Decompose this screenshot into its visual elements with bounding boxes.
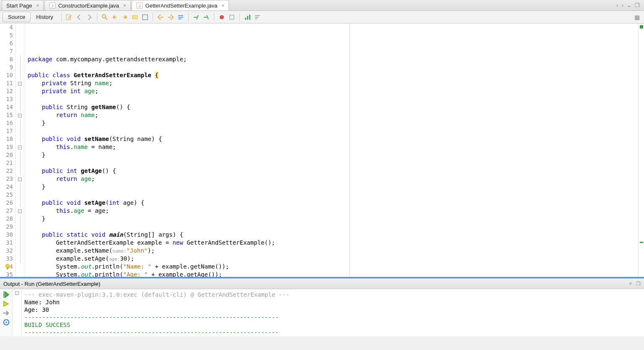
editor-toolbar: Source History ▦ bbox=[0, 11, 644, 24]
error-stripe-mark[interactable] bbox=[640, 242, 643, 243]
code-line[interactable] bbox=[28, 63, 644, 71]
code-line[interactable] bbox=[28, 127, 644, 135]
svg-rect-6 bbox=[132, 16, 138, 19]
svg-point-13 bbox=[6, 264, 10, 268]
lightbulb-hint-icon[interactable] bbox=[4, 264, 11, 270]
toolbar-separator bbox=[61, 13, 62, 21]
tabrow-max-icon[interactable]: ❐ bbox=[635, 2, 640, 8]
toggle-rect-icon[interactable] bbox=[141, 13, 149, 21]
output-fold-gutter[interactable]: - bbox=[13, 289, 22, 336]
svg-rect-14 bbox=[7, 268, 8, 269]
code-line[interactable] bbox=[28, 191, 644, 199]
code-line[interactable]: System.out.println("Age: " + example.get… bbox=[28, 271, 644, 277]
output-text[interactable]: --- exec-maven-plugin:3.1.0:exec (defaul… bbox=[22, 289, 644, 336]
code-line[interactable]: public String getName() { bbox=[28, 103, 644, 111]
fold-toggle-icon[interactable]: - bbox=[18, 114, 22, 118]
reformat-icon[interactable] bbox=[177, 13, 185, 21]
code-line[interactable]: public class GetterAndSetterExample { bbox=[28, 71, 644, 79]
run-again-icon[interactable] bbox=[2, 300, 10, 308]
output-line: --- exec-maven-plugin:3.1.0:exec (defaul… bbox=[24, 291, 644, 298]
uncomment-icon[interactable] bbox=[202, 13, 210, 21]
code-line[interactable]: } bbox=[28, 215, 644, 223]
line-number: 13 bbox=[0, 95, 13, 103]
fold-toggle-icon[interactable]: - bbox=[18, 82, 22, 86]
split-window-icon[interactable]: ▦ bbox=[634, 14, 644, 21]
code-line[interactable]: return age; bbox=[28, 175, 644, 183]
next-icon[interactable] bbox=[121, 13, 129, 21]
code-line[interactable]: this.age = age; bbox=[28, 207, 644, 215]
fold-cell bbox=[16, 239, 24, 247]
output-close-icon[interactable]: × bbox=[629, 281, 632, 287]
code-line[interactable]: example.setName(name:"John"); bbox=[28, 247, 644, 255]
code-line[interactable] bbox=[28, 47, 644, 55]
code-line[interactable]: public static void main(String[] args) { bbox=[28, 231, 644, 239]
close-tab-icon[interactable]: × bbox=[222, 3, 224, 8]
file-tab-label: Start Page bbox=[6, 3, 32, 9]
code-line[interactable]: } bbox=[28, 119, 644, 127]
next-error-icon[interactable] bbox=[2, 309, 10, 317]
line-number: 7 bbox=[0, 47, 13, 55]
shift-left-icon[interactable] bbox=[156, 13, 165, 21]
line-number: 30 bbox=[0, 231, 13, 239]
code-line[interactable] bbox=[28, 159, 644, 167]
last-edit-icon[interactable] bbox=[65, 13, 73, 21]
sort-icon[interactable] bbox=[253, 13, 262, 21]
code-line[interactable]: private int age; bbox=[28, 87, 644, 95]
svg-rect-10 bbox=[245, 18, 246, 20]
fold-cell bbox=[16, 215, 24, 223]
forward-icon[interactable] bbox=[85, 13, 93, 21]
history-tab[interactable]: History bbox=[31, 12, 58, 22]
fold-toggle-icon[interactable]: - bbox=[18, 209, 22, 213]
highlight-icon[interactable] bbox=[131, 13, 139, 21]
stop-macro-icon[interactable] bbox=[228, 13, 236, 21]
rerun-icon[interactable] bbox=[2, 291, 10, 298]
code-editor[interactable]: 4567891011121314151617181920212223242526… bbox=[0, 24, 644, 277]
file-tab-1[interactable]: JConstructorExample.java× bbox=[44, 0, 131, 10]
tabrow-down-icon[interactable]: ⌄ bbox=[627, 2, 631, 8]
code-line[interactable]: package com.mycompany.getterandsetterexa… bbox=[28, 55, 644, 63]
shift-right-icon[interactable] bbox=[166, 13, 175, 21]
line-number: 28 bbox=[0, 215, 13, 223]
close-tab-icon[interactable]: × bbox=[123, 3, 126, 8]
file-tab-0[interactable]: Start Page× bbox=[2, 0, 44, 10]
bar-chart-icon[interactable] bbox=[243, 13, 252, 21]
comment-icon[interactable] bbox=[192, 13, 200, 21]
back-icon[interactable] bbox=[75, 13, 83, 21]
svg-text:J: J bbox=[52, 4, 54, 8]
code-line[interactable] bbox=[28, 223, 644, 231]
tabrow-left-icon[interactable]: ‹ bbox=[616, 2, 618, 8]
code-line[interactable]: this.name = name; bbox=[28, 143, 644, 151]
code-line[interactable]: return name; bbox=[28, 111, 644, 119]
svg-text:J: J bbox=[138, 4, 140, 8]
code-line[interactable]: GetterAndSetterExample example = new Get… bbox=[28, 239, 644, 247]
code-body[interactable]: package com.mycompany.getterandsetterexa… bbox=[24, 24, 644, 277]
code-line[interactable]: } bbox=[28, 151, 644, 159]
code-line[interactable] bbox=[28, 95, 644, 103]
code-line[interactable]: } bbox=[28, 183, 644, 191]
code-line[interactable]: public void setName(String name) { bbox=[28, 135, 644, 143]
fold-cell bbox=[16, 127, 24, 135]
find-sel-icon[interactable] bbox=[101, 13, 109, 21]
toolbar-separator bbox=[153, 13, 153, 21]
settings-icon[interactable] bbox=[2, 319, 10, 326]
code-line[interactable]: public void setAge(int age) { bbox=[28, 199, 644, 207]
line-number: 19 bbox=[0, 143, 13, 151]
fold-gutter[interactable]: ----- bbox=[16, 24, 24, 277]
code-line[interactable]: System.out.println("Name: " + example.ge… bbox=[28, 263, 644, 271]
line-number: 25 bbox=[0, 191, 13, 199]
file-tab-2[interactable]: JGetterAndSetterExample.java× bbox=[132, 0, 229, 10]
prev-icon[interactable] bbox=[111, 13, 119, 21]
tabrow-right-icon[interactable]: › bbox=[622, 2, 623, 8]
code-line[interactable]: example.setAge(age:30); bbox=[28, 255, 644, 263]
code-line[interactable]: public int getAge() { bbox=[28, 167, 644, 175]
error-stripe[interactable] bbox=[638, 24, 644, 277]
output-maximize-icon[interactable]: ❐ bbox=[636, 281, 641, 287]
record-macro-icon[interactable] bbox=[218, 13, 226, 21]
source-tab[interactable]: Source bbox=[3, 12, 31, 22]
fold-toggle-icon[interactable]: - bbox=[18, 146, 22, 149]
close-tab-icon[interactable]: × bbox=[36, 3, 39, 8]
line-number: 23 bbox=[0, 175, 13, 183]
fold-toggle-icon[interactable]: - bbox=[18, 178, 22, 181]
toolbar-separator bbox=[188, 13, 189, 21]
code-line[interactable]: private String name; bbox=[28, 79, 644, 87]
